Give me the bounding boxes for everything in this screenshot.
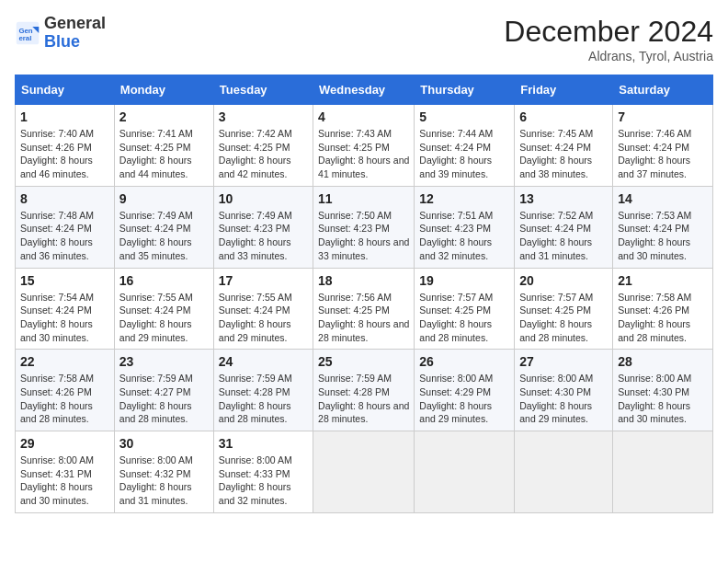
day-info: Sunrise: 7:59 AM Sunset: 4:28 PM Dayligh… bbox=[318, 372, 409, 426]
day-info: Sunrise: 7:42 AM Sunset: 4:25 PM Dayligh… bbox=[219, 127, 308, 181]
day-info: Sunrise: 7:58 AM Sunset: 4:26 PM Dayligh… bbox=[20, 372, 109, 426]
calendar-cell: 17 Sunrise: 7:55 AM Sunset: 4:24 PM Dayl… bbox=[213, 268, 313, 350]
calendar-cell: 28 Sunrise: 8:00 AM Sunset: 4:30 PM Dayl… bbox=[613, 350, 713, 431]
day-info: Sunrise: 8:00 AM Sunset: 4:31 PM Dayligh… bbox=[20, 454, 109, 508]
day-of-week-header: Tuesday bbox=[213, 75, 313, 105]
day-number: 18 bbox=[318, 273, 409, 288]
calendar-week-row: 8 Sunrise: 7:48 AM Sunset: 4:24 PM Dayli… bbox=[16, 186, 713, 268]
calendar-cell: 8 Sunrise: 7:48 AM Sunset: 4:24 PM Dayli… bbox=[16, 186, 115, 268]
calendar-cell: 1 Sunrise: 7:40 AM Sunset: 4:26 PM Dayli… bbox=[16, 105, 115, 187]
calendar-cell: 29 Sunrise: 8:00 AM Sunset: 4:31 PM Dayl… bbox=[16, 431, 115, 513]
logo-icon: Gen eral bbox=[15, 20, 40, 46]
day-number: 1 bbox=[20, 109, 109, 124]
month-title: December 2024 bbox=[504, 15, 713, 49]
day-info: Sunrise: 7:43 AM Sunset: 4:25 PM Dayligh… bbox=[318, 127, 409, 181]
calendar-cell: 22 Sunrise: 7:58 AM Sunset: 4:26 PM Dayl… bbox=[16, 350, 115, 431]
day-info: Sunrise: 7:59 AM Sunset: 4:27 PM Dayligh… bbox=[119, 372, 209, 426]
calendar-cell: 14 Sunrise: 7:53 AM Sunset: 4:24 PM Dayl… bbox=[613, 186, 713, 268]
calendar-cell: 16 Sunrise: 7:55 AM Sunset: 4:24 PM Dayl… bbox=[114, 268, 213, 350]
calendar-cell: 2 Sunrise: 7:41 AM Sunset: 4:25 PM Dayli… bbox=[114, 105, 213, 187]
day-number: 7 bbox=[618, 109, 708, 124]
day-number: 4 bbox=[318, 109, 409, 124]
day-info: Sunrise: 7:57 AM Sunset: 4:25 PM Dayligh… bbox=[519, 291, 608, 345]
day-number: 31 bbox=[219, 436, 308, 451]
day-of-week-header: Sunday bbox=[16, 75, 115, 105]
day-number: 21 bbox=[618, 273, 708, 288]
calendar-cell: 25 Sunrise: 7:59 AM Sunset: 4:28 PM Dayl… bbox=[313, 350, 415, 431]
day-number: 12 bbox=[419, 191, 509, 206]
day-info: Sunrise: 7:40 AM Sunset: 4:26 PM Dayligh… bbox=[20, 127, 109, 181]
day-info: Sunrise: 7:48 AM Sunset: 4:24 PM Dayligh… bbox=[20, 209, 109, 263]
day-info: Sunrise: 7:49 AM Sunset: 4:24 PM Dayligh… bbox=[119, 209, 209, 263]
day-info: Sunrise: 8:00 AM Sunset: 4:30 PM Dayligh… bbox=[519, 372, 608, 426]
day-number: 11 bbox=[318, 191, 409, 206]
calendar-week-row: 1 Sunrise: 7:40 AM Sunset: 4:26 PM Dayli… bbox=[16, 105, 713, 187]
day-number: 14 bbox=[618, 191, 708, 206]
calendar-cell: 23 Sunrise: 7:59 AM Sunset: 4:27 PM Dayl… bbox=[114, 350, 213, 431]
calendar-cell bbox=[415, 431, 515, 513]
day-of-week-header: Monday bbox=[114, 75, 213, 105]
calendar-cell: 15 Sunrise: 7:54 AM Sunset: 4:24 PM Dayl… bbox=[16, 268, 115, 350]
logo-general: General bbox=[44, 14, 106, 32]
calendar-cell: 6 Sunrise: 7:45 AM Sunset: 4:24 PM Dayli… bbox=[515, 105, 613, 187]
day-number: 29 bbox=[20, 436, 109, 451]
day-number: 3 bbox=[219, 109, 308, 124]
logo-blue: Blue bbox=[44, 32, 80, 51]
day-number: 27 bbox=[519, 354, 608, 369]
calendar-cell: 5 Sunrise: 7:44 AM Sunset: 4:24 PM Dayli… bbox=[415, 105, 515, 187]
day-number: 6 bbox=[519, 109, 608, 124]
day-number: 28 bbox=[618, 354, 708, 369]
day-number: 20 bbox=[519, 273, 608, 288]
calendar-cell: 30 Sunrise: 8:00 AM Sunset: 4:32 PM Dayl… bbox=[114, 431, 213, 513]
day-info: Sunrise: 8:00 AM Sunset: 4:33 PM Dayligh… bbox=[219, 454, 308, 508]
calendar-cell: 3 Sunrise: 7:42 AM Sunset: 4:25 PM Dayli… bbox=[213, 105, 313, 187]
day-info: Sunrise: 7:54 AM Sunset: 4:24 PM Dayligh… bbox=[20, 291, 109, 345]
calendar-cell: 18 Sunrise: 7:56 AM Sunset: 4:25 PM Dayl… bbox=[313, 268, 415, 350]
calendar-week-row: 29 Sunrise: 8:00 AM Sunset: 4:31 PM Dayl… bbox=[16, 431, 713, 513]
day-number: 26 bbox=[419, 354, 509, 369]
calendar-week-row: 15 Sunrise: 7:54 AM Sunset: 4:24 PM Dayl… bbox=[16, 268, 713, 350]
calendar-cell: 31 Sunrise: 8:00 AM Sunset: 4:33 PM Dayl… bbox=[213, 431, 313, 513]
day-number: 17 bbox=[219, 273, 308, 288]
day-info: Sunrise: 7:51 AM Sunset: 4:23 PM Dayligh… bbox=[419, 209, 509, 263]
day-number: 2 bbox=[119, 109, 209, 124]
day-number: 10 bbox=[219, 191, 308, 206]
calendar-cell: 11 Sunrise: 7:50 AM Sunset: 4:23 PM Dayl… bbox=[313, 186, 415, 268]
day-info: Sunrise: 7:53 AM Sunset: 4:24 PM Dayligh… bbox=[618, 209, 708, 263]
calendar-cell: 20 Sunrise: 7:57 AM Sunset: 4:25 PM Dayl… bbox=[515, 268, 613, 350]
day-number: 23 bbox=[119, 354, 209, 369]
day-number: 22 bbox=[20, 354, 109, 369]
calendar-cell bbox=[515, 431, 613, 513]
day-number: 16 bbox=[119, 273, 209, 288]
calendar-cell: 26 Sunrise: 8:00 AM Sunset: 4:29 PM Dayl… bbox=[415, 350, 515, 431]
logo-text: General Blue bbox=[44, 15, 106, 52]
day-of-week-header: Friday bbox=[515, 75, 613, 105]
day-number: 13 bbox=[519, 191, 608, 206]
day-info: Sunrise: 7:41 AM Sunset: 4:25 PM Dayligh… bbox=[119, 127, 209, 181]
title-area: December 2024 Aldrans, Tyrol, Austria bbox=[504, 15, 713, 63]
day-info: Sunrise: 7:45 AM Sunset: 4:24 PM Dayligh… bbox=[519, 127, 608, 181]
calendar-cell: 21 Sunrise: 7:58 AM Sunset: 4:26 PM Dayl… bbox=[613, 268, 713, 350]
day-info: Sunrise: 7:46 AM Sunset: 4:24 PM Dayligh… bbox=[618, 127, 708, 181]
day-info: Sunrise: 7:56 AM Sunset: 4:25 PM Dayligh… bbox=[318, 291, 409, 345]
day-info: Sunrise: 7:55 AM Sunset: 4:24 PM Dayligh… bbox=[119, 291, 209, 345]
day-info: Sunrise: 7:50 AM Sunset: 4:23 PM Dayligh… bbox=[318, 209, 409, 263]
calendar-cell: 13 Sunrise: 7:52 AM Sunset: 4:24 PM Dayl… bbox=[515, 186, 613, 268]
day-number: 19 bbox=[419, 273, 509, 288]
logo: Gen eral General Blue bbox=[15, 15, 106, 52]
day-info: Sunrise: 7:59 AM Sunset: 4:28 PM Dayligh… bbox=[219, 372, 308, 426]
calendar-cell: 7 Sunrise: 7:46 AM Sunset: 4:24 PM Dayli… bbox=[613, 105, 713, 187]
day-info: Sunrise: 7:52 AM Sunset: 4:24 PM Dayligh… bbox=[519, 209, 608, 263]
day-number: 8 bbox=[20, 191, 109, 206]
calendar-cell: 19 Sunrise: 7:57 AM Sunset: 4:25 PM Dayl… bbox=[415, 268, 515, 350]
day-number: 9 bbox=[119, 191, 209, 206]
day-number: 25 bbox=[318, 354, 409, 369]
calendar-cell: 12 Sunrise: 7:51 AM Sunset: 4:23 PM Dayl… bbox=[415, 186, 515, 268]
day-info: Sunrise: 7:57 AM Sunset: 4:25 PM Dayligh… bbox=[419, 291, 509, 345]
day-info: Sunrise: 8:00 AM Sunset: 4:29 PM Dayligh… bbox=[419, 372, 509, 426]
calendar-table: SundayMondayTuesdayWednesdayThursdayFrid… bbox=[15, 75, 713, 513]
day-number: 5 bbox=[419, 109, 509, 124]
day-of-week-header: Wednesday bbox=[313, 75, 415, 105]
calendar-cell: 10 Sunrise: 7:49 AM Sunset: 4:23 PM Dayl… bbox=[213, 186, 313, 268]
day-info: Sunrise: 7:55 AM Sunset: 4:24 PM Dayligh… bbox=[219, 291, 308, 345]
